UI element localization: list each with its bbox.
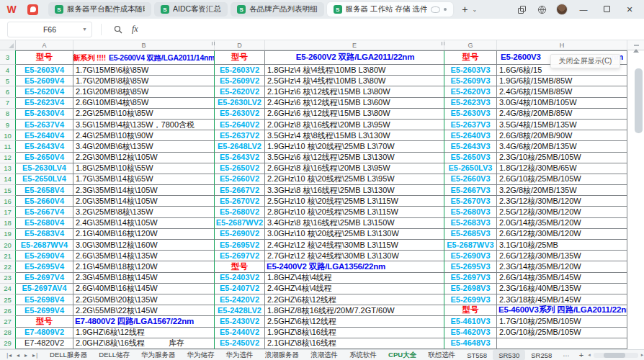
cell-E14[interactable]: 2.2GHz\10 核\20线程\25MB L3\95W — [265, 174, 444, 185]
cell-B17[interactable]: 3.2G\25MB\8核\135W — [73, 207, 215, 217]
cell-G13[interactable]: E5-2650LV3 — [444, 163, 497, 174]
cell-A27[interactable]: 型号 — [16, 316, 73, 327]
cell-G18[interactable]: E5-2683V3 — [444, 218, 497, 229]
prev-sheet-icon[interactable]: ◂ — [17, 352, 19, 359]
cell-D11[interactable]: E5-2648LV2 — [215, 141, 265, 152]
cell-H9[interactable]: 3.5G/4核/15MB/135W — [497, 120, 627, 130]
cell-H27[interactable]: 1.7G/10核/25MB/105W — [497, 316, 627, 327]
cell-G14[interactable]: E5-2660V3 — [444, 174, 497, 185]
close-button[interactable]: ✕ — [620, 5, 640, 14]
cell-D6[interactable]: E5-2620V2 — [215, 86, 265, 97]
cell-G11[interactable]: E5-2643V3 — [444, 141, 497, 152]
cell-E5[interactable]: 2.5GHz\4 核\4线程\10MB L3\80W — [265, 76, 444, 86]
cell-E11[interactable]: 1.9GHz\10 核\20线程\25MB L3\70W — [265, 141, 444, 152]
cell-G24[interactable]: E5-2698V3 — [444, 284, 497, 294]
sheet-tab-华为服务器[interactable]: 华为服务器 — [135, 350, 182, 360]
row-header-3[interactable]: 3 — [0, 50, 16, 65]
cell-E18[interactable]: 3.4GHz\8 核\16线程\25MB L3\150W — [265, 218, 444, 229]
sheet-tab-华为储存[interactable]: 华为储存 — [182, 350, 220, 360]
cell-H29[interactable] — [497, 338, 627, 349]
cell-H5[interactable]: 1.9G/6核/15MB/85W — [497, 76, 627, 86]
wps-logo[interactable]: W — [4, 4, 19, 15]
sheet-tab-系统软件[interactable]: 系统软件 — [344, 350, 383, 360]
column-header-G[interactable]: G — [444, 40, 497, 50]
cell-B4[interactable]: 1.7G\15MB\6核\85W — [73, 65, 215, 76]
row-header-20[interactable]: 20 — [0, 240, 16, 251]
row-header-7[interactable]: 7 — [0, 98, 16, 109]
cell-E12[interactable]: 3.5GHz\6 核\12线程\25MB L3\130W — [265, 153, 444, 163]
tab-list-chevron-icon[interactable]: ⌄ — [473, 6, 478, 13]
row-header-29[interactable]: 29 — [0, 338, 16, 349]
cell-B8[interactable]: 2.2G\25MB\10核\85W — [73, 109, 215, 120]
cell-H10[interactable]: 2.6G/8核/20MB/90W — [497, 130, 627, 141]
cell-D27[interactable]: E5-2430V2 — [215, 316, 265, 327]
next-sheet-icon[interactable]: ▸ — [24, 352, 27, 359]
cell-B3[interactable]: 新系列 !!!! E5-2600V4 双路/LGA2011/14nm — [73, 50, 215, 65]
cell-G5[interactable]: E5-2609V3 — [444, 76, 497, 86]
cell-H7[interactable]: 3.0G/4核/10MB/105W — [497, 98, 627, 109]
cell-B10[interactable]: 2.4G\25MB\10核\90W — [73, 130, 215, 141]
cell-H26[interactable]: E5-4600V3系列 四路/LGA2011/22nm — [497, 305, 627, 316]
name-box-chevron-icon[interactable]: ▼ — [82, 27, 87, 32]
cell-G21[interactable]: E5-2690V3 — [444, 251, 497, 261]
cell-B13[interactable]: 1.8G\25MB\10核\55W — [73, 163, 215, 174]
cell-G17[interactable]: E5-2680V3 — [444, 207, 497, 217]
more-sheets-button[interactable]: ⋯ — [558, 351, 575, 359]
cell-B20[interactable]: 3.0G\30MB\12核\160W — [73, 240, 215, 251]
sheet-tab-DELL服务器[interactable]: DELL服务器 — [44, 350, 93, 360]
cell-A24[interactable]: E5-2697AV4 — [16, 284, 73, 294]
cell-D8[interactable]: E5-2630V2 — [215, 109, 265, 120]
cell-D24[interactable]: E5-2407V2 — [215, 284, 265, 294]
row-header-14[interactable]: 14 — [0, 174, 16, 185]
row-header-4[interactable]: 4 — [0, 65, 16, 76]
cell-D15[interactable]: E5-2667V2 — [215, 185, 265, 196]
cell-A8[interactable]: E5-2630V4 — [16, 109, 73, 120]
cell-D5[interactable]: E5-2609V2 — [215, 76, 265, 86]
cell-E19[interactable]: 3.0GHz\10 核\20线程\25MB L3\130W — [265, 229, 444, 240]
cell-B27[interactable]: E7-4800V2 四路/LGA1567/22nm — [73, 316, 215, 327]
sheet-tab-联想选件[interactable]: 联想选件 — [422, 350, 461, 360]
cell-B19[interactable]: 2.1G\40MB\16核\120W — [73, 229, 215, 240]
cell-D9[interactable]: E5-2640V2 — [215, 120, 265, 130]
cell-D12[interactable]: E5-2643V2 — [215, 153, 265, 163]
cell-G10[interactable]: E5-2640V3 — [444, 130, 497, 141]
cell-A7[interactable]: E5-2623V4 — [16, 98, 73, 109]
cell-A14[interactable]: E5-2650LV4 — [16, 174, 73, 185]
cell-A12[interactable]: E5-2650V4 — [16, 153, 73, 163]
cell-A29[interactable]: E7-4820V2 — [16, 338, 73, 349]
cell-B11[interactable]: 3.4G\20MB\6核\135W — [73, 141, 215, 152]
cell-G4[interactable]: E5-2603V3 — [444, 65, 497, 76]
cell-E3[interactable]: E5-2600V2 双路/LGA2011/22nm — [265, 50, 444, 65]
cell-H12[interactable]: 2.3G/10核/25MB/105W — [497, 153, 627, 163]
cell-B28[interactable]: 1.9GHZ\6核\12线程 — [73, 328, 215, 338]
cell-B29[interactable]: 2.0GHZ\8核\16线程 库存 — [73, 338, 215, 349]
cell-B14[interactable]: 1.7G\35MB\14核\65W — [73, 174, 215, 185]
cell-G20[interactable]: E5-2687WV3 — [444, 240, 497, 251]
cell-D10[interactable]: E5-2637V2 — [215, 130, 265, 141]
cell-A28[interactable]: E7-4809V2 — [16, 328, 73, 338]
cell-G22[interactable]: E5-2695V3 — [444, 261, 497, 272]
horizontal-scrollbar[interactable] — [594, 353, 638, 358]
select-all-corner[interactable] — [0, 40, 16, 50]
cell-D19[interactable]: E5-2690V2 — [215, 229, 265, 240]
row-header-11[interactable]: 11 — [0, 141, 16, 152]
first-sheet-icon[interactable]: ∣◂ — [6, 352, 12, 359]
cell-H25[interactable]: 2.3G/18核/45MB/145W — [497, 294, 627, 305]
cell-A11[interactable]: E5-2643V4 — [16, 141, 73, 152]
sheet-tab-浪潮选件[interactable]: 浪潮选件 — [305, 350, 344, 360]
sheet-tab-ST558[interactable]: ST558 — [461, 350, 493, 360]
cell-D28[interactable]: E5-2440V2 — [215, 328, 265, 338]
sheet-tab-华为选件[interactable]: 华为选件 — [220, 350, 259, 360]
cell-B5[interactable]: 1.7G\20MB\8核\85W — [73, 76, 215, 86]
cell-D13[interactable]: E5-2650V2 — [215, 163, 265, 174]
cell-E4[interactable]: 1.8GHz\4 核\4线程\10MB L3\80W — [265, 65, 444, 76]
cell-B7[interactable]: 2.6G\10MB\4核\85W — [73, 98, 215, 109]
sheet-tab-SR258[interactable]: SR258 — [525, 350, 558, 360]
row-header-16[interactable]: 16 — [0, 196, 16, 207]
cell-E26[interactable]: 1.8GHZ/8核16线程/20M/7.2GT/60W — [265, 305, 444, 316]
minimize-button[interactable]: — — [573, 5, 594, 14]
name-box[interactable]: F66 ▼ — [7, 22, 92, 37]
insert-function-icon[interactable]: fx — [132, 24, 138, 35]
cell-H20[interactable]: 3.1G/10核/25MB — [497, 240, 627, 251]
doc-tab-4-active[interactable]: S 服务器 工作站 存储 选件 — [327, 2, 454, 17]
